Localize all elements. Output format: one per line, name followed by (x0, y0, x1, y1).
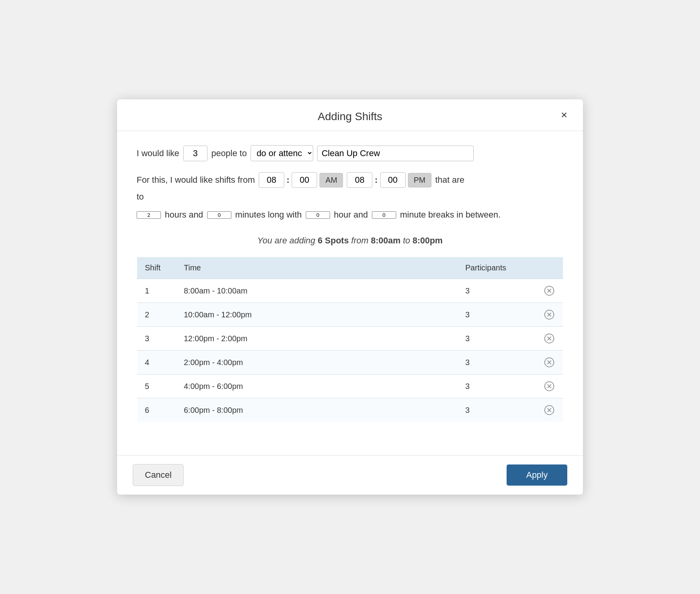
to-label: to (137, 192, 144, 202)
header-action (536, 257, 563, 279)
break-hours-input[interactable] (306, 211, 330, 219)
shifts-table: Shift Time Participants 1 8:00am - 10:00… (137, 257, 563, 422)
shift-time: 12:00pm - 2:00pm (176, 327, 458, 351)
break-hours-label: hour and (334, 210, 368, 220)
remove-shift-button[interactable] (544, 405, 555, 416)
remove-cell (536, 351, 563, 374)
people-row: I would like people to do or attenc do o… (137, 145, 563, 161)
summary-text: You are adding 6 Spots from 8:00am to 8:… (137, 236, 563, 246)
header-participants: Participants (458, 257, 536, 279)
close-button[interactable]: × (561, 110, 567, 121)
hours-label: hours and (165, 210, 203, 220)
remove-shift-button[interactable] (544, 333, 555, 344)
from-colon: : (287, 175, 289, 185)
table-header: Shift Time Participants (137, 257, 563, 279)
minutes-label: minutes long with (235, 210, 302, 220)
break-minutes-input[interactable] (372, 211, 396, 219)
shift-participants: 3 (458, 351, 536, 374)
task-input[interactable] (317, 146, 474, 161)
summary-from-label: from (351, 236, 368, 245)
apply-button[interactable]: Apply (507, 464, 567, 486)
to-pm-button[interactable]: PM (408, 173, 431, 187)
remove-cell (536, 303, 563, 327)
shift-time: 6:00pm - 8:00pm (176, 398, 458, 422)
summary-pre: You are adding (257, 236, 315, 245)
shift-participants: 3 (458, 279, 536, 303)
to-hour-input[interactable] (347, 172, 372, 188)
table-row: 2 10:00am - 12:00pm 3 (137, 303, 563, 327)
minutes-input[interactable] (207, 211, 231, 219)
remove-shift-button[interactable] (544, 285, 555, 296)
remove-cell (536, 279, 563, 303)
from-am-button[interactable]: AM (319, 173, 343, 187)
action-select[interactable]: do or attenc do or attend (251, 145, 313, 161)
summary-spots: 6 Spots (318, 236, 348, 245)
break-minutes-label: minute breaks in between. (400, 210, 501, 220)
to-minute-input[interactable] (380, 172, 406, 188)
shift-time: 4:00pm - 6:00pm (176, 374, 458, 398)
shift-number: 6 (137, 398, 176, 422)
remove-cell (536, 327, 563, 351)
remove-shift-button[interactable] (544, 381, 555, 392)
from-hour-input[interactable] (259, 172, 284, 188)
header-time: Time (176, 257, 458, 279)
summary-to-time: 8:00pm (413, 236, 443, 245)
cancel-button[interactable]: Cancel (133, 464, 184, 486)
adding-shifts-modal: Adding Shifts × I would like people to d… (117, 99, 583, 495)
table-row: 4 2:00pm - 4:00pm 3 (137, 351, 563, 374)
remove-shift-button[interactable] (544, 357, 555, 368)
remove-cell (536, 374, 563, 398)
table-row: 3 12:00pm - 2:00pm 3 (137, 327, 563, 351)
people-count-input[interactable] (183, 146, 207, 161)
modal-body: I would like people to do or attenc do o… (117, 131, 583, 455)
shifts-from-row: For this, I would like shifts from : AM … (137, 172, 563, 188)
shift-participants: 3 (458, 327, 536, 351)
from-minute-input[interactable] (292, 172, 317, 188)
shift-time: 10:00am - 12:00pm (176, 303, 458, 327)
shift-number: 4 (137, 351, 176, 374)
that-are-label: that are (435, 175, 465, 185)
shift-time: 8:00am - 10:00am (176, 279, 458, 303)
modal-footer: Cancel Apply (117, 455, 583, 495)
people-pre-label: I would like (137, 148, 179, 158)
shift-number: 1 (137, 279, 176, 303)
shift-participants: 3 (458, 374, 536, 398)
shift-time: 2:00pm - 4:00pm (176, 351, 458, 374)
modal-title: Adding Shifts (318, 110, 382, 123)
table-row: 6 6:00pm - 8:00pm 3 (137, 398, 563, 422)
shift-number: 5 (137, 374, 176, 398)
shift-participants: 3 (458, 303, 536, 327)
to-colon: : (375, 175, 377, 185)
from-time-group: : AM (259, 172, 343, 188)
header-shift: Shift (137, 257, 176, 279)
table-row: 5 4:00pm - 6:00pm 3 (137, 374, 563, 398)
people-mid-label: people to (211, 148, 247, 158)
summary-from-time: 8:00am (371, 236, 401, 245)
table-body: 1 8:00am - 10:00am 3 2 10:00am - 12:00pm… (137, 279, 563, 422)
table-row: 1 8:00am - 10:00am 3 (137, 279, 563, 303)
remove-shift-button[interactable] (544, 309, 555, 320)
shift-participants: 3 (458, 398, 536, 422)
hours-input[interactable] (137, 211, 161, 219)
to-row: to (137, 192, 563, 202)
shift-number: 2 (137, 303, 176, 327)
duration-row: hours and minutes long with hour and min… (137, 210, 563, 220)
modal-header: Adding Shifts × (117, 99, 583, 131)
remove-cell (536, 398, 563, 422)
summary-to-label: to (403, 236, 410, 245)
shift-from-label: For this, I would like shifts from (137, 175, 255, 185)
shift-number: 3 (137, 327, 176, 351)
to-time-group: : PM (347, 172, 431, 188)
